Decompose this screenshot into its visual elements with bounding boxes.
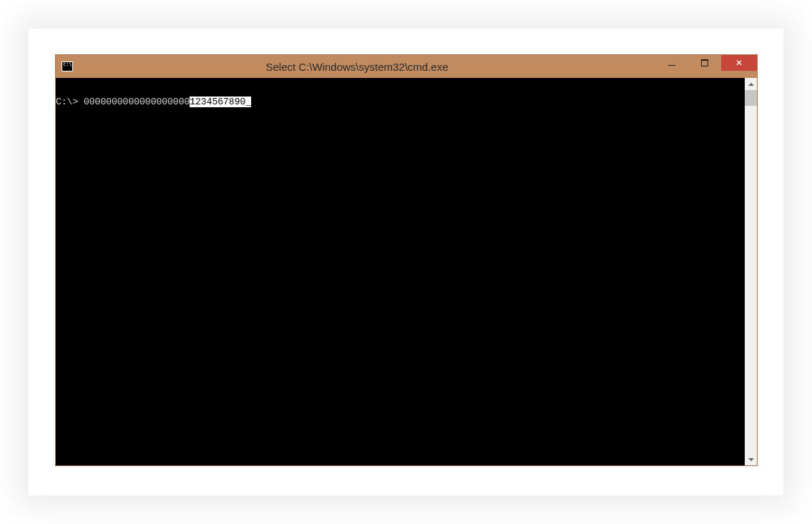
chevron-up-icon — [748, 83, 754, 86]
terminal-line: C:\> 00000000000000000001234567890_ — [56, 97, 745, 108]
window-title: Select C:\Windows\system32\cmd.exe — [73, 61, 655, 73]
cursor: _ — [245, 97, 251, 107]
minimize-icon — [668, 65, 675, 66]
close-icon: ✕ — [735, 59, 743, 67]
close-button[interactable]: ✕ — [721, 55, 757, 71]
scroll-up-button[interactable] — [745, 78, 757, 90]
typed-text-plain: 0000000000000000000 — [84, 97, 190, 107]
scroll-down-button[interactable] — [745, 453, 757, 465]
window-controls: ✕ — [655, 55, 757, 78]
titlebar[interactable]: Select C:\Windows\system32\cmd.exe ✕ — [56, 55, 757, 78]
minimize-button[interactable] — [655, 55, 688, 71]
cmd-window: Select C:\Windows\system32\cmd.exe ✕ C:\… — [55, 54, 758, 466]
maximize-icon — [701, 59, 708, 66]
terminal-body: C:\> 00000000000000000001234567890_ — [56, 78, 757, 465]
scroll-thumb[interactable] — [745, 90, 757, 106]
vertical-scrollbar[interactable] — [745, 78, 757, 465]
maximize-button[interactable] — [688, 55, 721, 71]
cmd-icon — [62, 61, 73, 71]
scroll-track[interactable] — [745, 90, 757, 453]
prompt: C:\> — [56, 97, 84, 107]
typed-text-selected: 1234567890 — [190, 97, 245, 107]
terminal-content[interactable]: C:\> 00000000000000000001234567890_ — [56, 78, 745, 465]
chevron-down-icon — [748, 458, 754, 461]
